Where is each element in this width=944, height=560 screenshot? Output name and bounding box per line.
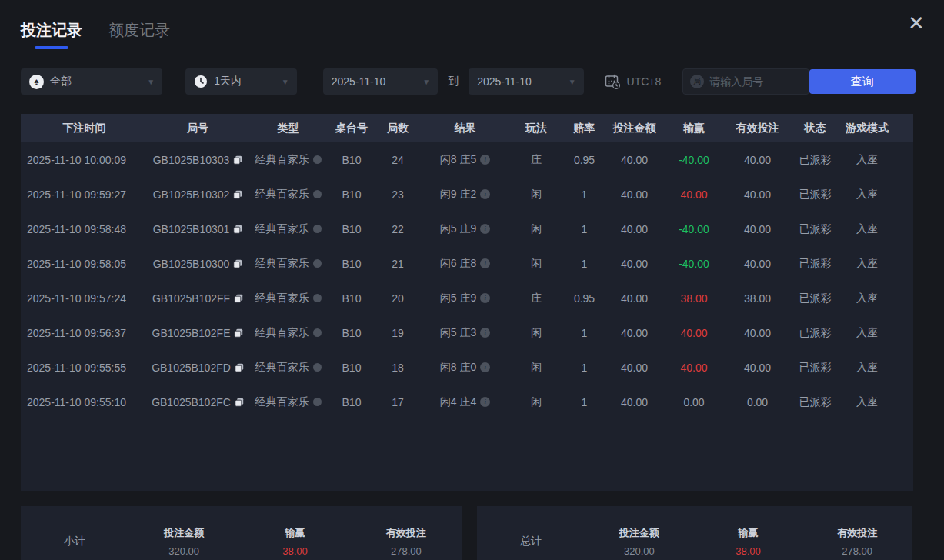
cell-odds: 1 — [563, 188, 605, 201]
close-icon[interactable]: ✕ — [906, 12, 927, 34]
timezone-indicator: UTC+8 — [604, 73, 662, 90]
cell-round-id: GB1025B10302 — [148, 188, 248, 201]
game-type-value: 全部 — [50, 75, 72, 88]
info-icon[interactable]: i — [480, 258, 490, 268]
tab-bet-records[interactable]: 投注记录 — [21, 20, 82, 49]
copy-icon[interactable] — [234, 294, 243, 303]
cell-odds: 1 — [563, 258, 605, 270]
cell-result: 闲8 庄5 i — [421, 153, 509, 167]
game-type-icon — [313, 328, 322, 337]
cell-win-loss: 40.00 — [663, 327, 725, 339]
game-type-icon — [313, 225, 322, 233]
cell-bet-amount: 40.00 — [605, 292, 663, 305]
cell-valid-bet: 40.00 — [725, 223, 790, 235]
to-label: 到 — [448, 75, 459, 88]
cell-valid-bet: 38.00 — [725, 292, 790, 305]
cell-odds: 1 — [563, 223, 605, 235]
table-row[interactable]: 2025-11-10 09:58:05 GB1025B10300 经典百家乐 B… — [21, 246, 913, 281]
copy-icon[interactable] — [235, 363, 244, 372]
cell-round-id: GB1025B10300 — [148, 258, 248, 270]
round-search-input[interactable] — [709, 75, 794, 88]
cell-bet-time: 2025-11-10 09:55:10 — [21, 396, 148, 408]
column-header: 结果 — [421, 122, 509, 135]
cell-bet-time: 2025-11-10 09:55:55 — [21, 362, 148, 374]
info-icon[interactable]: i — [480, 293, 490, 303]
subtotal-label: 小计 — [21, 535, 128, 548]
column-header: 游戏模式 — [840, 122, 894, 135]
time-range-dropdown[interactable]: 1天内 ▼ — [185, 68, 296, 95]
column-header: 投注金额 — [605, 122, 663, 135]
info-icon[interactable]: i — [480, 362, 490, 372]
search-button[interactable]: 查询 — [809, 69, 916, 94]
cell-win-loss: 40.00 — [663, 362, 725, 374]
subtotal-bet-amount: 投注金额 320.00 — [128, 526, 239, 557]
copy-icon[interactable] — [233, 155, 242, 165]
table-row[interactable]: 2025-11-10 09:55:10 GB1025B102FC 经典百家乐 B… — [21, 385, 913, 419]
cell-odds: 1 — [563, 327, 605, 339]
cell-game-mode: 入座 — [840, 153, 894, 167]
date-to-dropdown[interactable]: 2025-11-10 ▼ — [469, 68, 583, 95]
chevron-down-icon: ▼ — [147, 78, 155, 86]
info-icon[interactable]: i — [480, 155, 490, 165]
table-body: 2025-11-10 10:00:09 GB1025B10303 经典百家乐 B… — [21, 142, 913, 419]
cell-bet-time: 2025-11-10 10:00:09 — [21, 154, 148, 166]
game-type-icon — [313, 294, 322, 302]
chevron-down-icon: ▼ — [282, 78, 289, 86]
game-type-icon — [313, 155, 322, 164]
column-header: 状态 — [790, 122, 840, 135]
cell-bet-amount: 40.00 — [605, 188, 663, 201]
column-header: 桌台号 — [329, 122, 375, 135]
chevron-down-icon: ▼ — [422, 78, 430, 86]
cell-bet-time: 2025-11-10 09:56:37 — [21, 327, 148, 339]
info-icon[interactable]: i — [480, 328, 490, 338]
cell-valid-bet: 0.00 — [725, 396, 790, 408]
cell-round-id: GB1025B10303 — [148, 154, 248, 166]
tab-quota-records[interactable]: 额度记录 — [108, 20, 170, 41]
active-tab-underline — [35, 46, 68, 49]
info-icon[interactable]: i — [480, 224, 490, 234]
table-row[interactable]: 2025-11-10 09:55:55 GB1025B102FD 经典百家乐 B… — [21, 350, 913, 385]
cell-valid-bet: 40.00 — [725, 154, 790, 166]
cell-play-type: 庄 — [509, 292, 563, 305]
cell-round-count: 23 — [375, 188, 421, 201]
time-range-value: 1天内 — [214, 75, 242, 88]
cell-round-id: GB1025B102FE — [148, 327, 248, 339]
cell-bet-amount: 40.00 — [605, 396, 663, 408]
cell-game-type: 经典百家乐 — [248, 326, 329, 340]
game-type-icon — [313, 398, 322, 406]
cell-result: 闲4 庄4 i — [421, 395, 509, 409]
table-row[interactable]: 2025-11-10 09:57:24 GB1025B102FF 经典百家乐 B… — [21, 281, 913, 315]
filter-bar: ♠ 全部 ▼ 1天内 ▼ 2025-11-10 ▼ 到 2025-11-10 ▼… — [21, 68, 916, 95]
copy-icon[interactable] — [234, 328, 243, 338]
round-search-field[interactable]: 局 — [682, 68, 809, 95]
cell-win-loss: -40.00 — [663, 223, 725, 235]
cell-result: 闲5 庄3 i — [421, 326, 509, 340]
copy-icon[interactable] — [233, 190, 242, 199]
copy-icon[interactable] — [235, 398, 244, 407]
cell-bet-time: 2025-11-10 09:58:05 — [21, 258, 148, 270]
table-row[interactable]: 2025-11-10 09:59:27 GB1025B10302 经典百家乐 B… — [21, 177, 913, 212]
table-row[interactable]: 2025-11-10 10:00:09 GB1025B10303 经典百家乐 B… — [21, 142, 913, 177]
cell-win-loss: -40.00 — [663, 154, 725, 166]
timezone-label: UTC+8 — [627, 75, 662, 88]
table-row[interactable]: 2025-11-10 09:56:37 GB1025B102FE 经典百家乐 B… — [21, 315, 913, 350]
cell-result: 闲5 庄9 i — [421, 222, 509, 236]
cell-play-type: 闲 — [509, 326, 563, 340]
cell-win-loss: 38.00 — [663, 292, 725, 305]
cell-round-count: 18 — [375, 362, 421, 374]
cell-valid-bet: 40.00 — [725, 362, 790, 374]
copy-icon[interactable] — [233, 259, 242, 268]
copy-icon[interactable] — [233, 225, 242, 234]
date-from-dropdown[interactable]: 2025-11-10 ▼ — [323, 68, 438, 95]
total-label: 总计 — [477, 535, 585, 548]
cell-round-count: 22 — [375, 223, 421, 235]
column-header: 有效投注 — [725, 122, 790, 135]
cell-play-type: 闲 — [509, 361, 563, 375]
table-row[interactable]: 2025-11-10 09:58:48 GB1025B10301 经典百家乐 B… — [21, 212, 913, 246]
game-type-icon — [313, 259, 322, 268]
game-type-dropdown[interactable]: ♠ 全部 ▼ — [21, 68, 162, 95]
total-panel: 总计 投注金额 320.00 输赢 38.00 有效投注 278.00 — [477, 506, 912, 560]
info-icon[interactable]: i — [480, 189, 490, 199]
info-icon[interactable]: i — [480, 397, 490, 407]
cell-win-loss: 0.00 — [663, 396, 725, 408]
